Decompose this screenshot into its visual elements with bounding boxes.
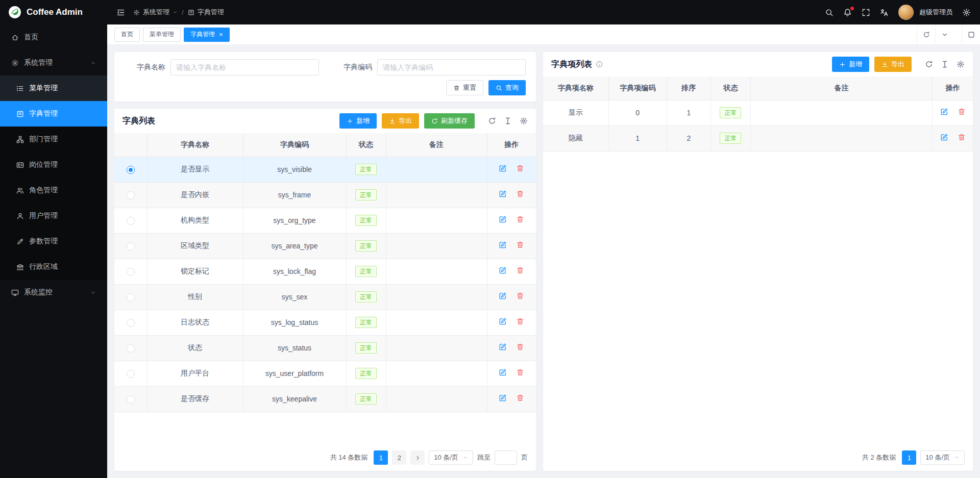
column-header: 状态 [346, 133, 386, 157]
close-icon[interactable]: × [219, 31, 223, 38]
sidebar-item-dept-mgmt[interactable]: 部门管理 [0, 127, 107, 152]
dict-page-1[interactable]: 1 [374, 450, 388, 465]
add-dict-item-button[interactable]: 新增 [832, 57, 869, 72]
dict-row-sys_lock_flag[interactable]: 锁定标记sys_lock_flag正常 [114, 259, 536, 284]
dict-row-sys_sex[interactable]: 性别sys_sex正常 [114, 284, 536, 310]
dict-row-sys_visible[interactable]: 是否显示sys_visible正常 [114, 157, 536, 182]
dict-row-sys_frame[interactable]: 是否内嵌sys_frame正常 [114, 182, 536, 208]
row-radio[interactable] [127, 268, 135, 276]
delete-button[interactable] [516, 242, 524, 250]
sidebar-item-region-mgmt[interactable]: 行政区域 [0, 254, 107, 280]
dict-item-page-1[interactable]: 1 [902, 450, 916, 465]
sidebar-item-user-mgmt[interactable]: 用户管理 [0, 203, 107, 229]
export-dict-item-button[interactable]: 导出 [874, 57, 912, 72]
delete-button[interactable] [516, 369, 524, 378]
content-fullscreen-button[interactable] [962, 24, 980, 44]
delete-button[interactable] [516, 344, 524, 353]
column-height-icon[interactable] [504, 117, 512, 125]
edit-button[interactable] [940, 109, 948, 117]
row-radio[interactable] [127, 344, 135, 353]
username[interactable]: 超级管理员 [919, 8, 952, 17]
dict-next-page-button[interactable] [410, 450, 425, 465]
delete-button[interactable] [516, 165, 524, 174]
edit-button[interactable] [499, 267, 507, 276]
dict-jump-input[interactable] [495, 450, 517, 465]
row-radio[interactable] [127, 191, 135, 199]
edit-button[interactable] [499, 191, 507, 199]
delete-button[interactable] [958, 134, 966, 143]
edit-button[interactable] [499, 395, 507, 404]
edit-button[interactable] [499, 165, 507, 174]
tab-options-button[interactable] [935, 24, 953, 44]
row-radio[interactable] [127, 319, 135, 327]
dict-page-2[interactable]: 2 [392, 450, 406, 465]
sidebar-item-role-mgmt[interactable]: 角色管理 [0, 178, 107, 203]
sidebar-group-system-monitor[interactable]: 系统监控 [0, 280, 107, 305]
dict-name-cell: 日志状态 [147, 310, 243, 335]
edit-button[interactable] [499, 344, 507, 353]
query-button[interactable]: 查询 [488, 80, 526, 95]
dict-name-input[interactable] [170, 59, 319, 76]
refresh-tab-button[interactable] [917, 24, 935, 44]
add-dict-button[interactable]: 新增 [339, 113, 377, 129]
export-dict-button[interactable]: 导出 [382, 113, 419, 129]
dict-item-row-1[interactable]: 隐藏12正常 [543, 125, 973, 151]
tab-dict-mgmt[interactable]: 字典管理× [184, 28, 230, 42]
row-radio[interactable] [127, 242, 135, 250]
info-icon[interactable] [596, 61, 603, 68]
edit-button[interactable] [499, 369, 507, 378]
delete-button[interactable] [516, 191, 524, 199]
delete-button[interactable] [516, 267, 524, 276]
edit-button[interactable] [499, 216, 507, 225]
delete-button[interactable] [958, 109, 966, 117]
row-radio[interactable] [127, 217, 135, 225]
refresh-icon[interactable] [925, 60, 933, 68]
delete-button[interactable] [516, 293, 524, 301]
dict-row-sys_area_type[interactable]: 区域类型sys_area_type正常 [114, 233, 536, 259]
app-logo[interactable]: Coffee Admin [0, 0, 107, 24]
search-icon[interactable] [825, 8, 834, 17]
row-radio[interactable] [127, 370, 135, 378]
user-avatar[interactable] [898, 5, 914, 20]
gear-icon[interactable] [520, 117, 528, 125]
translate-icon[interactable] [880, 8, 889, 17]
edit-button[interactable] [499, 318, 507, 327]
delete-button[interactable] [516, 216, 524, 225]
dict-row-sys_org_type[interactable]: 机构类型sys_org_type正常 [114, 208, 536, 233]
dict-item-page-size-select[interactable]: 10 条/页 [920, 450, 965, 465]
dict-row-sys_user_platform[interactable]: 用户平台sys_user_platform正常 [114, 361, 536, 386]
row-radio[interactable] [127, 166, 135, 174]
dict-row-sys_keepalive[interactable]: 是否缓存sys_keepalive正常 [114, 386, 536, 412]
sidebar-item-dict-mgmt[interactable]: 字典管理 [0, 101, 107, 127]
refresh-cache-button[interactable]: 刷新缓存 [424, 113, 475, 129]
tab-menu-mgmt[interactable]: 菜单管理 [143, 28, 181, 42]
column-height-icon[interactable] [941, 60, 949, 68]
edit-button[interactable] [499, 242, 507, 250]
edit-button[interactable] [499, 293, 507, 301]
dict-page-size-select[interactable]: 10 条/页 [429, 450, 473, 465]
edit-button[interactable] [940, 134, 948, 143]
dict-item-row-0[interactable]: 显示01正常 [543, 100, 973, 125]
dict-row-sys_log_status[interactable]: 日志状态sys_log_status正常 [114, 310, 536, 335]
dict-row-sys_status[interactable]: 状态sys_status正常 [114, 335, 536, 361]
gear-icon[interactable] [957, 60, 965, 68]
sidebar-item-menu-mgmt[interactable]: 菜单管理 [0, 76, 107, 101]
fullscreen-icon[interactable] [862, 8, 870, 17]
reset-button[interactable]: 重置 [446, 80, 483, 95]
refresh-icon[interactable] [488, 117, 496, 125]
sidebar-item-home[interactable]: 首页 [0, 24, 107, 50]
settings-gear-icon[interactable] [962, 8, 971, 17]
row-radio[interactable] [127, 293, 135, 301]
breadcrumb-system-mgmt[interactable]: 系统管理 [133, 8, 178, 17]
delete-button[interactable] [516, 395, 524, 404]
sidebar-group-system-mgmt[interactable]: 系统管理 [0, 50, 107, 76]
tab-home[interactable]: 首页 [114, 28, 140, 42]
collapse-sidebar-icon[interactable] [116, 8, 125, 17]
delete-button[interactable] [516, 318, 524, 327]
sidebar-item-param-mgmt[interactable]: 参数管理 [0, 229, 107, 254]
menu-label: 首页 [24, 33, 38, 42]
row-radio[interactable] [127, 395, 135, 404]
notifications-button[interactable] [843, 8, 852, 17]
dict-code-input[interactable] [377, 59, 526, 76]
sidebar-item-post-mgmt[interactable]: 岗位管理 [0, 152, 107, 178]
